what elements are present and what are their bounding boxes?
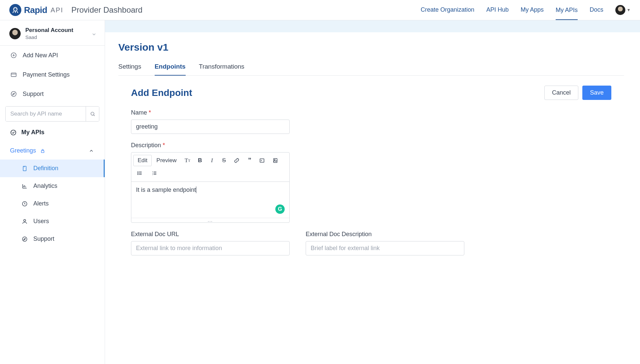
- compass-icon: [10, 90, 17, 98]
- description-text: It is a sample endpoint: [136, 186, 196, 193]
- sidebar-item-users[interactable]: Users: [0, 212, 105, 230]
- sidebar-support-top[interactable]: Support: [0, 84, 105, 104]
- user-icon: [21, 218, 28, 225]
- svg-rect-4: [11, 73, 16, 77]
- heading-icon[interactable]: TT: [181, 155, 194, 166]
- grammarly-icon[interactable]: G: [275, 204, 285, 214]
- ext-desc-label: External Doc Description: [306, 231, 464, 238]
- ext-desc-input[interactable]: [306, 241, 464, 255]
- nav-my-apps[interactable]: My Apps: [521, 6, 544, 14]
- api-name-label: Greetings: [10, 147, 36, 154]
- sidebar-api-greetings[interactable]: Greetings: [0, 142, 105, 160]
- document-icon: [21, 165, 28, 172]
- account-switcher[interactable]: Personal Account Saad: [0, 23, 105, 46]
- card-icon: [10, 71, 17, 78]
- top-nav: Create Organization API Hub My Apps My A…: [421, 5, 631, 15]
- chevron-up-icon: [88, 148, 95, 154]
- nav-create-org[interactable]: Create Organization: [421, 6, 474, 14]
- image-icon[interactable]: [269, 155, 282, 166]
- tab-transformations[interactable]: Transformations: [199, 63, 245, 75]
- chart-icon: [21, 183, 28, 189]
- quote-icon[interactable]: ”: [244, 155, 255, 166]
- brand: RapidAPI Provider Dashboard: [9, 4, 142, 16]
- logo-icon: [9, 4, 21, 16]
- svg-point-16: [138, 172, 138, 173]
- ul-icon[interactable]: [133, 168, 146, 179]
- sidebar-add-api[interactable]: Add New API: [0, 46, 105, 65]
- sidebar-item-definition[interactable]: Definition: [0, 160, 105, 177]
- italic-icon[interactable]: I: [206, 155, 218, 166]
- search-box: [5, 106, 99, 122]
- sidebar-item-support[interactable]: Support: [0, 230, 105, 248]
- link-icon[interactable]: [230, 155, 243, 166]
- clock-icon: [21, 200, 28, 207]
- search-icon: [90, 111, 95, 117]
- svg-rect-13: [260, 159, 264, 162]
- name-label: Name *: [131, 109, 611, 116]
- dashboard-title: Provider Dashboard: [71, 5, 142, 15]
- sidebar-item-label: Analytics: [33, 182, 57, 189]
- tabs: Settings Endpoints Transformations: [118, 63, 624, 76]
- ext-url-label: External Doc URL: [131, 231, 290, 238]
- nav-my-apis[interactable]: My APIs: [556, 7, 578, 20]
- svg-point-7: [11, 130, 16, 135]
- description-textarea[interactable]: It is a sample endpoint G: [131, 182, 289, 218]
- avatar: [9, 28, 21, 39]
- editor-preview-tab[interactable]: Preview: [152, 155, 180, 166]
- caret-down-icon: ▼: [627, 8, 631, 12]
- search-button[interactable]: [86, 107, 99, 121]
- nav-api-hub[interactable]: API Hub: [486, 6, 509, 14]
- editor-edit-tab[interactable]: Edit: [133, 155, 152, 166]
- nav-docs[interactable]: Docs: [590, 6, 603, 14]
- bold-icon[interactable]: B: [194, 155, 206, 166]
- search-input[interactable]: [6, 107, 86, 121]
- name-input[interactable]: [131, 120, 290, 134]
- svg-point-15: [274, 159, 275, 160]
- tab-settings[interactable]: Settings: [118, 63, 141, 75]
- save-button[interactable]: Save: [582, 86, 611, 100]
- plus-circle-icon: [10, 52, 17, 59]
- ext-url-input[interactable]: [131, 241, 290, 255]
- sidebar-item-alerts[interactable]: Alerts: [0, 195, 105, 212]
- main: Version v1 Settings Endpoints Transforma…: [105, 20, 640, 364]
- cancel-button[interactable]: Cancel: [544, 86, 578, 100]
- svg-point-18: [138, 174, 138, 175]
- page-title: Version v1: [118, 42, 624, 53]
- code-icon[interactable]: [256, 155, 268, 166]
- sidebar-heading-myapis-label: My APIs: [21, 129, 44, 136]
- svg-point-2: [16, 9, 16, 9]
- tab-endpoints[interactable]: Endpoints: [155, 63, 186, 76]
- brand-word2: API: [51, 6, 63, 14]
- svg-rect-9: [23, 166, 26, 171]
- topbar: RapidAPI Provider Dashboard Create Organ…: [0, 0, 640, 20]
- account-title: Personal Account: [25, 27, 73, 34]
- svg-point-11: [24, 219, 26, 221]
- svg-rect-8: [41, 151, 44, 153]
- info-strip: [105, 20, 640, 32]
- strike-icon[interactable]: S: [218, 155, 230, 166]
- sidebar-payment[interactable]: Payment Settings: [0, 65, 105, 84]
- svg-point-1: [14, 9, 15, 9]
- chevron-down-icon: [91, 32, 97, 37]
- resize-handle[interactable]: …: [131, 218, 289, 222]
- sidebar-support-top-label: Support: [23, 91, 44, 98]
- section-title: Add Endpoint: [131, 88, 192, 98]
- svg-point-0: [14, 7, 17, 11]
- description-editor: Edit Preview TT B I S ”: [131, 152, 290, 223]
- check-circle-icon: [10, 129, 17, 136]
- brand-word1: Rapid: [24, 5, 47, 15]
- account-name: Saad: [25, 34, 73, 40]
- svg-point-12: [22, 237, 27, 241]
- ol-icon[interactable]: [148, 168, 161, 179]
- lock-icon: [39, 148, 46, 154]
- svg-point-6: [91, 112, 94, 115]
- compass-icon: [21, 236, 28, 242]
- svg-point-17: [138, 173, 138, 174]
- account-menu[interactable]: ▼: [615, 5, 631, 15]
- svg-point-5: [11, 92, 16, 97]
- sidebar-item-label: Users: [33, 218, 49, 225]
- sidebar-payment-label: Payment Settings: [23, 71, 70, 78]
- sidebar-item-analytics[interactable]: Analytics: [0, 177, 105, 195]
- sidebar: Personal Account Saad Add New API Paymen…: [0, 20, 105, 364]
- description-label: Description *: [131, 142, 611, 149]
